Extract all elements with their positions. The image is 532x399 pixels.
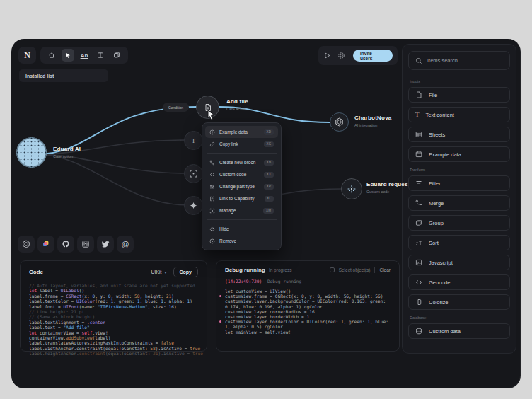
node-charbotnova-label: CharbotNova AI integration xyxy=(354,115,391,127)
hexagon-logo-icon xyxy=(22,240,30,248)
branch-icon xyxy=(209,160,215,166)
info-icon xyxy=(209,129,215,135)
eye-off-icon xyxy=(209,226,215,232)
social-links-row: @ xyxy=(18,236,134,253)
shortcut-badge: XC xyxy=(264,141,274,147)
node-add-file-label: Add file Care action xyxy=(226,98,248,111)
sliders-icon xyxy=(209,184,215,190)
twitter-button[interactable] xyxy=(97,236,114,253)
email-at-button[interactable]: @ xyxy=(117,236,134,253)
menu-item-link-to-capability[interactable]: Link to Capability XL xyxy=(205,192,278,204)
notion-button[interactable] xyxy=(77,236,94,253)
menu-item-remove[interactable]: Remove xyxy=(205,235,278,247)
node-eduard-request[interactable] xyxy=(341,178,362,200)
diamond-star-icon xyxy=(190,202,197,209)
github-button[interactable] xyxy=(57,236,74,253)
hexagon-icon xyxy=(335,117,344,127)
menu-divider xyxy=(207,219,277,220)
shortcut-badge: XL xyxy=(265,196,274,202)
shortcut-badge: XX xyxy=(264,172,274,178)
menu-item-change-part-type[interactable]: Change part type XP xyxy=(205,180,278,192)
app-window: N Ab Installed list — Invite users xyxy=(11,39,521,388)
palette-app-button[interactable] xyxy=(37,236,54,253)
menu-divider xyxy=(207,153,277,154)
brackets-icon xyxy=(209,196,215,202)
shortcut-badge: XB xyxy=(264,160,274,166)
twitter-icon xyxy=(101,240,110,248)
mouse-cursor-icon xyxy=(207,110,216,123)
node-frame[interactable] xyxy=(184,164,203,183)
condition-badge[interactable]: Condition xyxy=(163,103,189,112)
node-eduard-ai-label: Eduard AI Care action xyxy=(53,146,81,158)
menu-item-custom-code[interactable]: Custom code XX xyxy=(205,168,278,180)
shortcut-badge: XD xyxy=(264,129,274,135)
menu-item-hide[interactable]: Hide xyxy=(205,223,278,235)
remove-icon xyxy=(209,238,215,244)
github-icon xyxy=(62,240,70,248)
shortcut-badge: XM xyxy=(263,208,274,214)
node-charbotnova[interactable] xyxy=(330,112,349,132)
manage-icon xyxy=(209,208,215,214)
color-squares-icon xyxy=(42,240,50,248)
menu-item-create-new-broch[interactable]: Create new broch XB xyxy=(205,156,278,168)
node-eduard-ai[interactable] xyxy=(16,137,47,168)
shortcut-badge: XP xyxy=(264,184,274,190)
menu-item-example-data[interactable]: Example data XD xyxy=(205,126,278,138)
at-icon: @ xyxy=(121,240,129,248)
node-text[interactable]: T xyxy=(184,131,203,150)
node-diamond[interactable] xyxy=(184,196,203,215)
notion-icon xyxy=(81,240,90,248)
menu-item-copy-link[interactable]: Copy link XC xyxy=(205,138,278,150)
viewfinder-icon xyxy=(190,170,197,178)
context-menu: Example data XD Copy link XC Create new … xyxy=(202,122,282,250)
link-icon xyxy=(209,141,215,147)
text-node-icon: T xyxy=(192,137,196,144)
node-eduard-request-label: Eduard reques Custom code xyxy=(366,181,408,194)
code-icon xyxy=(209,172,215,178)
starburst-icon xyxy=(347,184,357,194)
hexagon-app-button[interactable] xyxy=(18,236,35,253)
menu-item-manage[interactable]: Manage XM xyxy=(205,204,278,216)
